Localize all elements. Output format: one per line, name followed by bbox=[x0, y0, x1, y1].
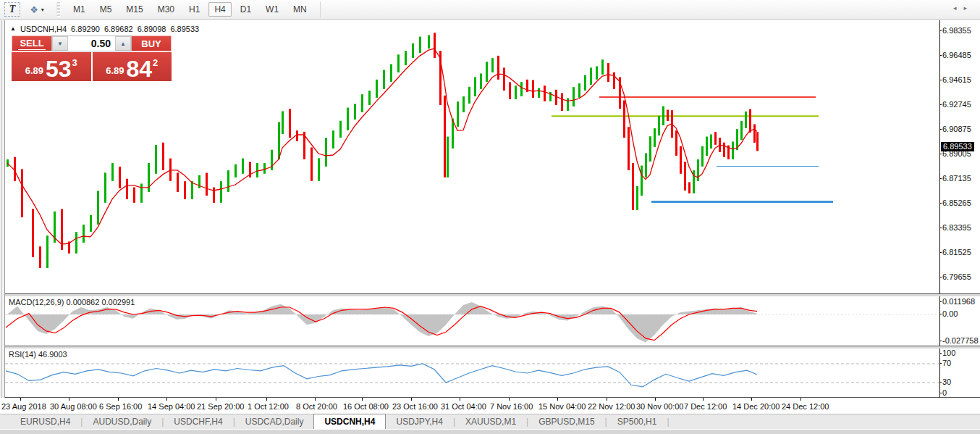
bull-candle bbox=[428, 36, 430, 49]
text-tool-button[interactable]: T bbox=[4, 2, 20, 17]
date-axis-label: 23 Oct 16:00 bbox=[392, 402, 438, 411]
toolbar-separator bbox=[320, 1, 321, 17]
bull-candle bbox=[419, 37, 421, 53]
symbol-tab-xauusd-m1[interactable]: XAUUSD,M1 bbox=[455, 414, 526, 429]
date-axis-label: 21 Sep 20:00 bbox=[197, 402, 244, 411]
ohlc-high: 6.89682 bbox=[104, 25, 133, 33]
bull-candle bbox=[515, 85, 517, 99]
bull-candle bbox=[397, 54, 400, 72]
bear-candle bbox=[532, 80, 534, 98]
date-tick-mark bbox=[20, 398, 21, 401]
volume-box: ▼ 0.50 ▲ bbox=[51, 36, 132, 51]
mt4-chart-window: T ❖ ▾ M1M5M15M30H1H4D1W1MN ▲ USDCNH,H4 6… bbox=[0, 0, 980, 434]
bull-candle bbox=[701, 146, 704, 167]
symbol-tab-bar: EURUSD,H4|AUDUSD,Daily|USDCHF,H4|USDCAD,… bbox=[0, 414, 980, 429]
price-axis-tick: 6.96485 bbox=[942, 51, 971, 59]
volume-increase-button[interactable]: ▲ bbox=[115, 36, 131, 51]
date-axis-label: 7 Nov 16:00 bbox=[490, 402, 533, 411]
date-tick-mark bbox=[751, 398, 752, 401]
bear-candle bbox=[296, 130, 298, 141]
timeframe-button-m15[interactable]: M15 bbox=[120, 2, 148, 17]
price-chart-plot[interactable]: ▲ USDCNH,H4 6.89290 6.89682 6.89098 6.89… bbox=[5, 20, 939, 294]
price-axis-tick: 6.87135 bbox=[942, 174, 971, 183]
bear-candle bbox=[688, 182, 690, 193]
symbol-tab-usdcnh-h4[interactable]: USDCNH,H4 bbox=[313, 414, 386, 429]
date-tick-mark bbox=[557, 398, 558, 401]
sell-button[interactable]: SELL bbox=[12, 36, 51, 51]
bull-candle bbox=[745, 112, 747, 128]
macd-axis-tick: -0.027758 bbox=[942, 336, 979, 345]
symbol-tab-gbpusd-m15[interactable]: GBPUSD,M15 bbox=[528, 414, 604, 429]
symbol-tab-usdcad-daily[interactable]: USDCAD,Daily bbox=[235, 414, 314, 429]
tab-scroll-right-icon[interactable]: ▸ bbox=[963, 4, 967, 12]
timeframe-button-h4[interactable]: H4 bbox=[208, 2, 231, 17]
macd-axis: 0.0119680.00-0.027758 bbox=[939, 296, 980, 346]
buy-button[interactable]: BUY bbox=[132, 36, 172, 51]
rsi-axis-tick: 30 bbox=[942, 377, 951, 386]
sell-quote[interactable]: 6.89533 bbox=[12, 52, 91, 81]
timeframe-button-m5[interactable]: M5 bbox=[94, 2, 118, 17]
bottom-status-strip bbox=[0, 429, 980, 434]
chevron-down-icon[interactable]: ▾ bbox=[41, 7, 44, 13]
bull-candle bbox=[256, 163, 258, 178]
timeframe-toolbar: M1M5M15M30H1H4D1W1MN bbox=[66, 2, 314, 17]
chart-ohlc-header: ▲ USDCNH,H4 6.89290 6.89682 6.89098 6.89… bbox=[10, 25, 199, 33]
price-axis-tick: 6.92745 bbox=[942, 100, 971, 109]
tab-separator: | bbox=[667, 414, 669, 429]
bull-candle bbox=[706, 137, 708, 156]
symbol-tab-usdchf-h4[interactable]: USDCHF,H4 bbox=[164, 414, 232, 429]
date-axis-label: 16 Oct 08:00 bbox=[343, 402, 389, 411]
date-axis-label: 22 Nov 12:00 bbox=[588, 402, 635, 411]
price-axis: 6.983556.964856.946156.927456.908756.890… bbox=[939, 20, 980, 294]
macd-histogram bbox=[6, 302, 757, 343]
price-axis-tick: 6.81525 bbox=[942, 248, 971, 256]
symbol-tab-eurusd-h4[interactable]: EURUSD,H4 bbox=[10, 414, 80, 429]
bull-candle bbox=[578, 83, 580, 98]
arrows-tool-button[interactable]: ❖ ▾ bbox=[25, 2, 49, 17]
bear-candle bbox=[680, 146, 682, 174]
bull-candle bbox=[390, 64, 392, 82]
collapse-panel-icon[interactable]: ▲ bbox=[10, 25, 16, 33]
date-axis-label: 30 Nov 00:00 bbox=[636, 402, 683, 411]
ohlc-close: 6.89533 bbox=[170, 25, 199, 33]
price-axis-tick: 6.94615 bbox=[942, 75, 971, 84]
bear-candle bbox=[444, 96, 446, 178]
symbol-tab-usdjpy-h4[interactable]: USDJPY,H4 bbox=[386, 414, 452, 429]
date-axis: 23 Aug 201830 Aug 08:006 Sep 16:0014 Sep… bbox=[0, 398, 980, 414]
bull-candle bbox=[468, 87, 470, 104]
date-tick-mark bbox=[655, 398, 656, 401]
bull-candle bbox=[654, 128, 656, 147]
bull-candle bbox=[710, 134, 712, 148]
timeframe-button-h1[interactable]: H1 bbox=[183, 2, 206, 17]
timeframe-button-mn[interactable]: MN bbox=[287, 2, 313, 17]
price-axis-tick: 6.79655 bbox=[942, 272, 971, 281]
bull-candle bbox=[486, 62, 488, 82]
symbol-tab-audusd-daily[interactable]: AUDUSD,Daily bbox=[83, 414, 161, 429]
bull-candle bbox=[376, 80, 378, 98]
bull-candle bbox=[538, 88, 540, 97]
timeframe-button-d1[interactable]: D1 bbox=[235, 2, 257, 17]
buy-quote[interactable]: 6.89842 bbox=[93, 52, 172, 81]
date-axis-label: 15 Nov 04:00 bbox=[538, 402, 586, 411]
tab-scroll-left-icon[interactable]: ◂ bbox=[953, 4, 957, 12]
date-axis-label: 14 Sep 04:00 bbox=[148, 402, 195, 411]
bear-candle bbox=[503, 67, 505, 90]
bull-candle bbox=[740, 121, 743, 140]
bull-candle bbox=[242, 159, 244, 174]
date-axis-label: 30 Aug 08:00 bbox=[50, 402, 97, 411]
bear-candle bbox=[667, 109, 669, 120]
bull-candle bbox=[596, 66, 598, 79]
timeframe-button-m1[interactable]: M1 bbox=[67, 2, 91, 17]
bull-candle bbox=[412, 43, 414, 58]
timeframe-button-w1[interactable]: W1 bbox=[260, 2, 284, 17]
macd-panel[interactable]: MACD(12,26,9) 0.000862 0.002991 bbox=[5, 296, 939, 346]
volume-input[interactable]: 0.50 bbox=[68, 36, 115, 51]
volume-decrease-button[interactable]: ▼ bbox=[52, 36, 68, 51]
bear-candle bbox=[723, 143, 725, 157]
price-axis-tick: 6.98355 bbox=[942, 26, 971, 35]
timeframe-button-m30[interactable]: M30 bbox=[152, 2, 180, 17]
toolbar-grip bbox=[56, 2, 60, 17]
symbol-tab-sp500-h1[interactable]: SP500,H1 bbox=[607, 414, 667, 429]
rsi-panel[interactable]: RSI(14) 46.9003 bbox=[5, 349, 939, 398]
bear-candle bbox=[623, 101, 625, 138]
